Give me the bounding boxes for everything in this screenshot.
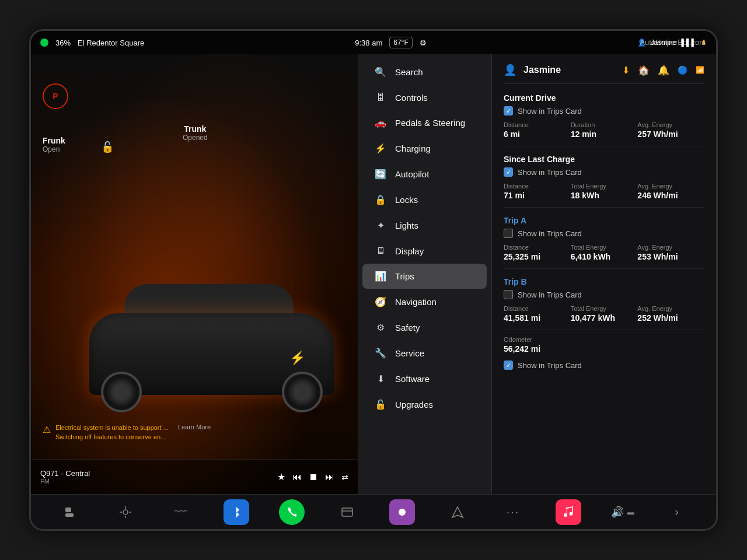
trunk-sub: Opened xyxy=(183,134,208,142)
connection-indicator xyxy=(40,38,48,47)
navigation-label: Navigation xyxy=(395,297,437,307)
slc-avg-energy: Avg. Energy 246 Wh/mi xyxy=(637,183,704,200)
frunk-status[interactable]: Frunk Open xyxy=(43,136,65,153)
trips-detail-panel: 👤 Jasmine ⬇ 🏠 🔔 🔵 📶 Current Drive ✓ Show… xyxy=(492,54,716,494)
menu-service[interactable]: 🔧 Service xyxy=(362,341,487,366)
current-drive-checkbox[interactable]: ✓ xyxy=(504,106,513,116)
climate-button[interactable] xyxy=(113,499,138,525)
learn-more-link[interactable]: Learn More xyxy=(178,424,211,430)
svg-rect-0 xyxy=(65,508,71,512)
controls-label: Controls xyxy=(395,93,428,103)
trip-a-avg-energy-label: Avg. Energy xyxy=(637,244,704,251)
divider-3 xyxy=(504,268,704,269)
app-button[interactable] xyxy=(389,499,415,525)
menu-autopilot[interactable]: 🔄 Autopilot xyxy=(362,162,487,187)
menu-charging[interactable]: ⚡ Charging xyxy=(362,136,487,161)
current-drive-distance-label: Distance xyxy=(504,121,571,128)
trip-a-total-energy-value: 6,410 kWh xyxy=(571,252,638,261)
nav-button[interactable] xyxy=(445,499,470,525)
svg-rect-1 xyxy=(65,513,74,517)
current-drive-duration-label: Duration xyxy=(571,121,638,128)
menu-locks[interactable]: 🔒 Locks xyxy=(362,187,487,212)
seat-button[interactable] xyxy=(57,499,83,525)
prev-button[interactable]: ⏮ xyxy=(292,472,302,482)
locks-icon: 🔒 xyxy=(374,194,387,205)
trip-a-link[interactable]: Trip A xyxy=(504,216,704,225)
svg-marker-10 xyxy=(452,507,463,517)
trip-a-distance: Distance 25,325 mi xyxy=(504,244,571,261)
menu-pedals[interactable]: 🚗 Pedals & Steering xyxy=(362,110,487,135)
menu-search[interactable]: 🔍 Search xyxy=(362,60,487,85)
lights-label: Lights xyxy=(395,220,418,230)
chevron-right-button[interactable]: › xyxy=(664,499,690,525)
settings-icon[interactable]: ⚙ xyxy=(420,38,427,47)
menu-upgrades[interactable]: 🔓 Upgrades xyxy=(362,392,487,417)
frunk-sub: Open xyxy=(43,145,65,153)
volume-control[interactable]: 🔊 ▬ xyxy=(611,506,634,519)
music-info: Q971 - Central FM xyxy=(40,469,270,485)
park-label: P xyxy=(53,92,58,101)
since-last-charge-checkbox-label: Show in Trips Card xyxy=(518,168,582,177)
stop-button[interactable]: ⏹ xyxy=(309,472,318,482)
trip-a-avg-energy: Avg. Energy 253 Wh/mi xyxy=(637,244,704,261)
trip-b-link[interactable]: Trip B xyxy=(504,277,704,286)
trip-b-checkbox-row[interactable]: Show in Trips Card xyxy=(504,290,704,299)
trip-a-checkbox-row[interactable]: Show in Trips Card xyxy=(504,229,704,238)
menu-trips[interactable]: 📊 Trips xyxy=(362,264,487,289)
menu-safety[interactable]: ⚙ Safety xyxy=(362,315,487,340)
search-label: Search xyxy=(395,67,423,77)
locks-label: Locks xyxy=(395,195,418,205)
more-button[interactable]: ··· xyxy=(500,499,526,525)
music-button[interactable] xyxy=(556,499,581,525)
odometer-checkbox-label: Show in Trips Card xyxy=(518,361,582,370)
warning-content: Electrical system is unable to support .… xyxy=(55,424,169,442)
odometer-label: Odometer xyxy=(504,336,704,343)
car-wheel-right xyxy=(282,372,323,412)
trip-b-checkbox[interactable] xyxy=(504,290,513,299)
user-avatar-icon: 👤 xyxy=(504,64,516,76)
bluetooth-button[interactable] xyxy=(224,499,249,525)
slc-avg-energy-value: 246 Wh/mi xyxy=(637,191,704,200)
svg-point-9 xyxy=(399,509,406,516)
warning-message: ⚠ Electrical system is unable to support… xyxy=(43,424,346,442)
trunk-status[interactable]: Trunk Opened xyxy=(183,124,208,142)
cards-button[interactable] xyxy=(334,499,360,525)
trip-b-stats: Distance 41,581 mi Total Energy 10,477 k… xyxy=(504,305,704,323)
autopilot-icon: 🔄 xyxy=(374,169,387,180)
menu-lights[interactable]: ✦ Lights xyxy=(362,213,487,238)
lights-icon: ✦ xyxy=(374,220,387,231)
menu-controls[interactable]: 🎛 Controls xyxy=(362,85,487,110)
warning-icon: ⚠ xyxy=(43,424,51,435)
current-drive-energy-value: 257 Wh/mi xyxy=(637,130,704,139)
menu-navigation[interactable]: 🧭 Navigation xyxy=(362,289,487,314)
charging-icon: ⚡ xyxy=(374,143,387,154)
status-center: 9:38 am 67°F ⚙ xyxy=(355,37,426,48)
trip-a-total-energy: Total Energy 6,410 kWh xyxy=(571,244,638,261)
odometer-value: 56,242 mi xyxy=(504,344,704,354)
service-label: Service xyxy=(395,348,424,358)
frunk-title: Frunk xyxy=(43,136,65,145)
software-icon: ⬇ xyxy=(374,373,387,384)
menu-software[interactable]: ⬇ Software xyxy=(362,366,487,391)
phone-button[interactable] xyxy=(279,499,305,525)
current-drive-stats: Distance 6 mi Duration 12 min Avg. Energ… xyxy=(504,121,704,139)
trip-a-checkbox[interactable] xyxy=(504,229,513,238)
charging-label: Charging xyxy=(395,144,431,153)
menu-display[interactable]: 🖥 Display xyxy=(362,239,487,263)
trip-b-distance-label: Distance xyxy=(504,305,571,312)
favorite-button[interactable]: ★ xyxy=(277,471,285,482)
next-button[interactable]: ⏭ xyxy=(325,472,334,482)
current-drive-checkbox-row[interactable]: ✓ Show in Trips Card xyxy=(504,106,704,116)
heat-button[interactable]: 〰 xyxy=(168,499,194,525)
home-icon: 🏠 xyxy=(638,65,650,76)
since-last-charge-checkbox[interactable]: ✓ xyxy=(504,167,513,177)
slc-distance-value: 71 mi xyxy=(504,191,571,200)
current-drive-energy-label: Avg. Energy xyxy=(637,121,704,128)
since-last-charge-checkbox-row[interactable]: ✓ Show in Trips Card xyxy=(504,167,704,177)
odometer-checkbox-row[interactable]: ✓ Show in Trips Card xyxy=(504,360,704,370)
park-indicator: P xyxy=(43,83,68,109)
shuffle-button[interactable]: ⇄ xyxy=(341,473,348,482)
service-icon: 🔧 xyxy=(374,348,387,359)
slc-total-energy-label: Total Energy xyxy=(571,183,638,190)
odometer-checkbox[interactable]: ✓ xyxy=(504,360,513,370)
